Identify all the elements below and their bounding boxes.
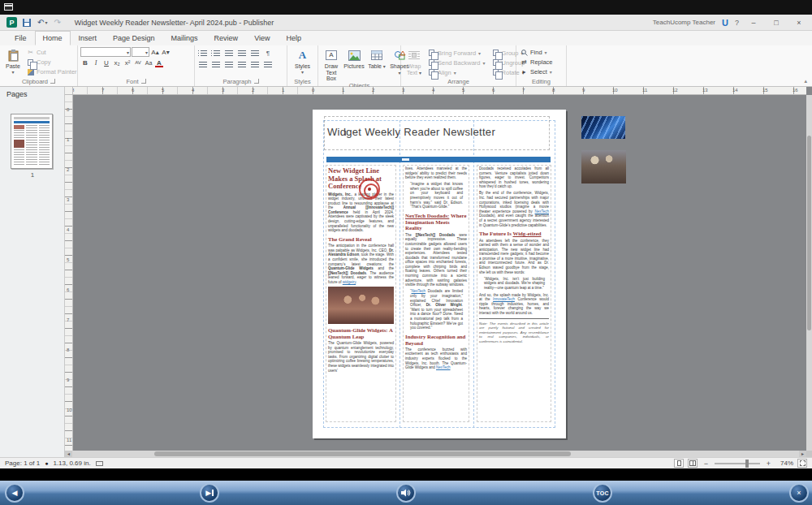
tab-page-design[interactable]: Page Design <box>105 31 163 45</box>
bold-button[interactable]: B <box>80 58 90 67</box>
window-icon[interactable] <box>4 3 13 11</box>
font-size-select[interactable]: ▾ <box>132 47 149 57</box>
font-name-select[interactable]: ▾ <box>80 47 131 57</box>
newsletter-accent-bar[interactable] <box>326 157 551 162</box>
inline-link[interactable]: InnovateTech <box>493 297 515 301</box>
page-indicator[interactable]: Page: 1 of 1 <box>5 460 40 467</box>
font-dialog-launcher[interactable] <box>141 79 146 84</box>
collapse-ribbon-button[interactable]: ▴ <box>804 78 807 84</box>
maximize-button[interactable]: □ <box>768 15 784 30</box>
tab-view[interactable]: View <box>246 31 278 45</box>
window-title: Widget Weekly Reader Newsletter- April 2… <box>75 19 274 27</box>
newsletter-column-3[interactable]: Doodads received accolades from all corn… <box>477 165 551 422</box>
change-case-button[interactable]: Aa <box>144 58 153 67</box>
align-left-button[interactable] <box>197 59 209 69</box>
numbering-button[interactable] <box>210 48 222 58</box>
grow-font-button[interactable]: A▴ <box>150 47 160 57</box>
select-button[interactable]: ▸ Select▾ <box>519 67 555 76</box>
tab-insert[interactable]: Insert <box>71 31 106 45</box>
bring-forward-button[interactable]: Bring Forward▾ <box>426 48 487 58</box>
vertical-scrollbar[interactable] <box>806 95 812 451</box>
superscript-button[interactable]: x² <box>123 58 132 67</box>
horizontal-scroll-thumb[interactable] <box>154 451 571 456</box>
increase-indent-button[interactable] <box>236 48 248 58</box>
tab-review[interactable]: Review <box>206 31 247 45</box>
wrap-text-button[interactable]: Wrap Text ▾ <box>404 47 425 77</box>
scratch-image-blue[interactable] <box>581 116 625 139</box>
tab-mailings[interactable]: Mailings <box>163 31 206 45</box>
clipboard-dialog-launcher[interactable] <box>50 79 55 84</box>
find-button[interactable]: Find▾ <box>519 48 555 57</box>
italic-button[interactable]: I <box>91 58 101 67</box>
zoom-in-button[interactable]: + <box>764 460 773 468</box>
play-button[interactable]: ▶ <box>200 483 219 503</box>
scrollbar-corner <box>806 451 812 457</box>
styles-button[interactable]: A Styles ▾ <box>292 47 313 76</box>
zoom-slider-thumb[interactable] <box>745 460 749 468</box>
underline-button[interactable]: U <box>102 58 111 67</box>
line-spacing-button[interactable] <box>249 48 261 58</box>
line-spacing-icon <box>251 50 259 56</box>
page-thumbnail[interactable] <box>11 114 53 169</box>
character-spacing-button[interactable]: AV <box>133 58 143 67</box>
two-page-view-button[interactable] <box>688 459 698 468</box>
zoom-slider[interactable] <box>715 463 760 464</box>
font-color-button[interactable]: A <box>154 58 164 67</box>
zoom-out-button[interactable]: − <box>702 460 710 468</box>
table-button[interactable]: Table ▾ <box>366 47 387 82</box>
paragraph-dialog-launcher[interactable] <box>254 79 259 84</box>
previous-button[interactable]: ◀ <box>5 483 24 503</box>
horizontal-scrollbar[interactable]: ◂ ▸ <box>65 451 806 457</box>
volume-button[interactable] <box>396 483 416 503</box>
vertical-ruler[interactable]: 01234567891011 <box>65 95 73 451</box>
undo-button[interactable]: ↶▾ <box>35 15 50 30</box>
decrease-indent-button[interactable] <box>223 48 235 58</box>
columns-button[interactable] <box>262 59 274 69</box>
inline-link[interactable]: NexTech <box>436 365 451 369</box>
redo-button[interactable]: ↷ <box>51 15 63 30</box>
tab-file[interactable]: File <box>6 31 35 45</box>
align-right-button[interactable] <box>223 59 235 69</box>
cut-button[interactable]: ✂Cut <box>25 48 79 57</box>
newsletter-title[interactable]: Widget Weekly Reader Newsletter <box>327 126 495 138</box>
account-name[interactable]: TeachUcomp Teacher <box>653 19 715 26</box>
draw-text-box-button[interactable]: A Draw Text Box <box>321 47 342 82</box>
inline-link[interactable]: widgetry <box>343 280 356 284</box>
zoom-level[interactable]: 74% <box>777 460 793 467</box>
scratch-image-photo[interactable] <box>581 150 626 183</box>
scroll-left-icon[interactable]: ◂ <box>65 451 72 457</box>
format-painter-label: Format Painter <box>37 68 77 76</box>
copy-button[interactable]: Copy <box>25 58 79 67</box>
fit-page-button[interactable] <box>797 459 807 468</box>
shrink-font-button[interactable]: A▾ <box>161 47 171 57</box>
bullets-button[interactable] <box>197 48 209 58</box>
replace-button[interactable]: ⇄ Replace <box>519 58 555 67</box>
subscript-button[interactable]: x₂ <box>112 58 122 67</box>
scroll-right-icon[interactable]: ▸ <box>799 451 806 457</box>
inline-link[interactable]: NexTech <box>534 209 549 214</box>
align-center-button[interactable] <box>210 59 222 69</box>
tab-home[interactable]: Home <box>35 31 71 45</box>
player-close-button[interactable]: × <box>789 483 809 503</box>
newsletter-column-1[interactable]: New Widget Line Makes a Splash at Confer… <box>326 165 396 422</box>
pictures-button[interactable]: Pictures <box>343 47 365 82</box>
justify-button[interactable] <box>236 59 248 69</box>
document-view[interactable]: Widget Weekly Reader Newsletter New Widg… <box>73 95 806 451</box>
distribute-button[interactable] <box>249 59 261 69</box>
newsletter-column-2[interactable]: lives. Attendees marveled at the widgets… <box>403 165 469 422</box>
save-button[interactable] <box>20 15 33 30</box>
horizontal-ruler[interactable]: 87654321012345678910111213141516 <box>73 87 806 95</box>
tab-help[interactable]: Help <box>278 31 309 45</box>
paragraph-mark-button[interactable]: ¶ <box>262 48 274 58</box>
close-button[interactable]: × <box>791 15 807 30</box>
help-icon[interactable]: ? <box>735 19 739 27</box>
publication-page[interactable]: Widget Weekly Reader Newsletter New Widg… <box>313 110 566 438</box>
minimize-button[interactable]: – <box>745 15 762 30</box>
vertical-scroll-thumb[interactable] <box>807 136 811 330</box>
ruler-number: 10 <box>612 88 618 93</box>
toc-button[interactable]: TOC <box>593 483 612 503</box>
publisher-app-icon[interactable]: P <box>6 17 17 28</box>
paste-button[interactable]: Paste ▾ <box>2 47 24 76</box>
single-page-view-button[interactable] <box>674 459 684 468</box>
inline-link[interactable]: NexTech <box>412 289 426 293</box>
